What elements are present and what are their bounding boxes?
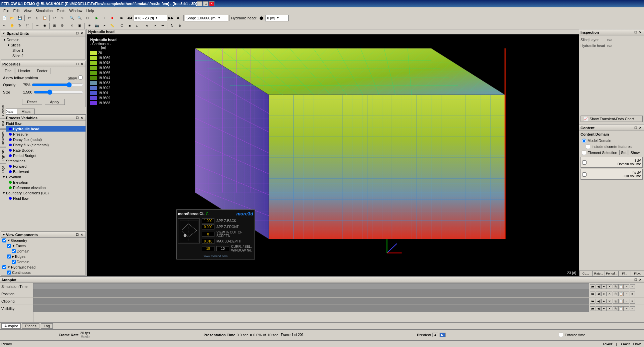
- darcy-elem-item[interactable]: Darcy flux (elemental): [1, 142, 86, 148]
- clip-prev-btn[interactable]: ◀: [596, 299, 601, 304]
- pos-first-btn[interactable]: ⏮: [590, 292, 595, 296]
- clip-record-btn[interactable]: ●: [601, 299, 607, 304]
- autoplot-close[interactable]: ✕: [638, 278, 643, 282]
- rotate-button[interactable]: ↻: [16, 22, 23, 29]
- elevation-sub-item[interactable]: Elevation: [1, 180, 86, 185]
- continuous-item[interactable]: Continuous: [1, 270, 86, 275]
- pressure-item[interactable]: Pressure: [1, 132, 86, 137]
- transparent-button[interactable]: □: [134, 22, 141, 29]
- autoplot-tab-log[interactable]: Log: [41, 323, 53, 329]
- text-tab[interactable]: Text: [0, 119, 6, 129]
- light-button[interactable]: ☀: [86, 22, 93, 29]
- canvas-area[interactable]: Hydraulic head - Continuous - [m] 20 19.…: [87, 34, 579, 276]
- sim-copy-btn[interactable]: ⎘: [613, 284, 618, 289]
- legends-tab[interactable]: Legends: [0, 147, 6, 164]
- vis-delete-btn[interactable]: ✕: [607, 306, 612, 311]
- solid-button[interactable]: ■: [126, 22, 133, 29]
- hand-button[interactable]: ✋: [8, 22, 16, 29]
- pos-paste-btn[interactable]: 📋: [618, 292, 624, 296]
- sim-first-btn[interactable]: ⏮: [590, 284, 595, 289]
- select-button[interactable]: ⬚: [24, 22, 31, 29]
- size-slider[interactable]: [34, 90, 84, 95]
- sim-record-btn[interactable]: ●: [601, 284, 607, 289]
- maximize-button[interactable]: □: [203, 1, 208, 6]
- tab-footer[interactable]: Footer: [34, 68, 50, 74]
- next-button[interactable]: ▶▶: [167, 15, 175, 21]
- reset-button[interactable]: Reset: [22, 99, 42, 105]
- slices-expand[interactable]: ▼: [7, 43, 10, 47]
- grid-button[interactable]: ⊞: [51, 22, 58, 29]
- position-bar[interactable]: [33, 290, 589, 298]
- elevation-item[interactable]: ▼ Elevation: [1, 174, 86, 180]
- element-selection-checkbox[interactable]: [582, 151, 586, 155]
- faces-item[interactable]: ▼ Faces: [1, 243, 86, 248]
- zoom-in-button[interactable]: 🔍: [68, 15, 75, 21]
- domain-volume-checkbox[interactable]: [582, 160, 587, 165]
- indicators-tab[interactable]: Indicators: [0, 129, 6, 147]
- preview-back-btn[interactable]: ◀: [432, 333, 438, 337]
- backward-item[interactable]: Backward: [1, 169, 86, 174]
- menu-file[interactable]: File: [1, 8, 11, 13]
- general-tab[interactable]: General: [0, 103, 6, 118]
- bc-fluid-item[interactable]: Fluid flow: [1, 196, 86, 201]
- vectors-button[interactable]: ↗: [151, 22, 158, 29]
- paste-button[interactable]: 📋: [41, 15, 48, 21]
- clip-delete-btn[interactable]: ✕: [607, 299, 612, 304]
- ref-elevation-item[interactable]: Reference elevation: [1, 185, 86, 190]
- redo-button[interactable]: ↪: [58, 15, 66, 21]
- pos-copy-btn[interactable]: ⎘: [613, 292, 618, 296]
- save-button[interactable]: 💾: [16, 15, 23, 21]
- bc-item[interactable]: ▼ Boundary Conditions (BC): [1, 190, 86, 196]
- autoplot-tab-planes[interactable]: Planes: [22, 323, 39, 329]
- spatial-units-close[interactable]: ✕: [79, 31, 84, 36]
- minimize-button[interactable]: _: [197, 1, 202, 6]
- slice1-item[interactable]: Slice 1: [2, 48, 85, 53]
- vis-paste-btn[interactable]: 📋: [618, 306, 624, 311]
- edges-domain-item[interactable]: Domain: [1, 259, 86, 265]
- menu-help[interactable]: Help: [85, 8, 96, 13]
- timeline-bars[interactable]: [33, 283, 589, 322]
- co-button[interactable]: Co...: [579, 271, 592, 276]
- prev-button[interactable]: ◀◀: [126, 15, 133, 21]
- clip-more-btn[interactable]: ≡: [630, 299, 635, 304]
- stop-button[interactable]: ■: [109, 15, 116, 21]
- include-discrete-checkbox[interactable]: [586, 145, 590, 149]
- vis-interp-btn[interactable]: ~: [624, 306, 629, 311]
- spatial-units-float[interactable]: ☐: [75, 31, 79, 36]
- geometry-item[interactable]: ▼ Geometry: [1, 238, 86, 243]
- clipping-bar[interactable]: [33, 298, 589, 305]
- autoplot-tab-autoplot[interactable]: Autoplot: [1, 323, 21, 329]
- pos-interp-btn[interactable]: ~: [624, 292, 629, 296]
- pos-record-btn[interactable]: ●: [601, 292, 607, 296]
- fluid-volume-checkbox[interactable]: [582, 172, 587, 177]
- slices-item[interactable]: ▼ Slices: [2, 42, 85, 48]
- menu-simulation[interactable]: Simulation: [33, 8, 54, 13]
- inspection-close[interactable]: ✕: [638, 30, 643, 35]
- bc-expand[interactable]: ▼: [2, 191, 5, 195]
- vis-record-btn[interactable]: ●: [601, 306, 607, 311]
- set-button[interactable]: Set: [619, 150, 628, 155]
- menu-edit[interactable]: Edit: [11, 8, 22, 13]
- cut-button[interactable]: ✂: [26, 15, 33, 21]
- forward-item[interactable]: Forward: [1, 164, 86, 169]
- tab-header[interactable]: Header: [15, 68, 33, 74]
- data-close[interactable]: ✕: [79, 116, 84, 120]
- sim-more-btn[interactable]: ≡: [630, 284, 635, 289]
- logo-tab[interactable]: Logo: [0, 164, 6, 175]
- vc-hydraulic-item[interactable]: ▼ Hydraulic head: [1, 265, 86, 270]
- vis-first-btn[interactable]: ⏮: [590, 306, 595, 311]
- clip-button[interactable]: ✂: [101, 22, 108, 29]
- rate-budget-item[interactable]: Rate Budget: [1, 148, 86, 153]
- edges-item[interactable]: ▶ Edges: [1, 254, 86, 259]
- elevation-expand[interactable]: ▼: [2, 175, 5, 179]
- domain-item[interactable]: ▼ Domain: [2, 37, 85, 42]
- close-button[interactable]: ✕: [209, 1, 214, 6]
- pos-delete-btn[interactable]: ✕: [607, 292, 612, 296]
- model-domain-radio[interactable]: [582, 139, 586, 143]
- node-button[interactable]: ◉: [41, 22, 48, 29]
- menu-view[interactable]: View: [22, 8, 34, 13]
- faces-domain-checkbox[interactable]: [12, 249, 16, 253]
- last-button[interactable]: ⏭: [175, 15, 182, 21]
- properties-close[interactable]: ✕: [79, 62, 84, 66]
- data-float[interactable]: ☐: [75, 116, 79, 120]
